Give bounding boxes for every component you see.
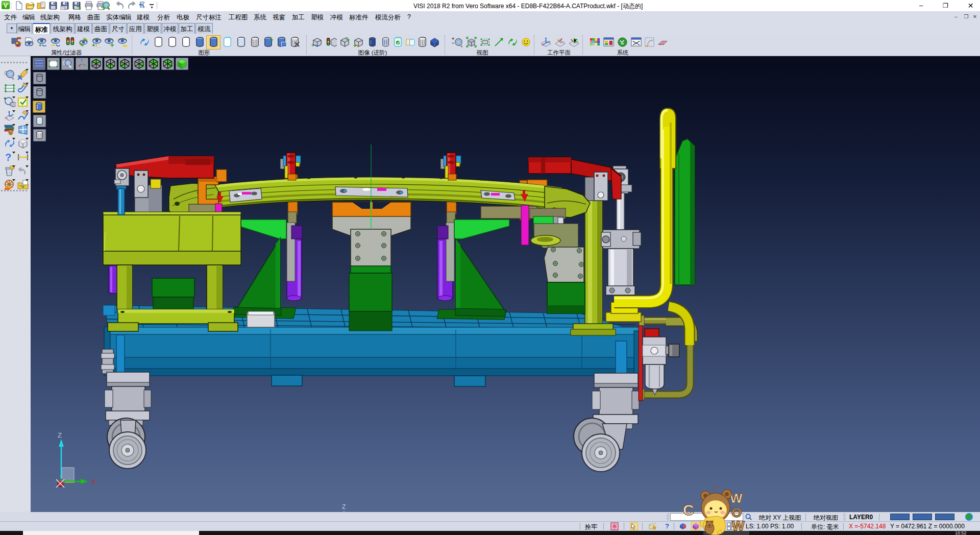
svg-text:Y: Y [91,478,96,486]
svg-text:W: W [730,491,743,506]
svg-text:?: ? [5,152,11,163]
svg-text:+: + [110,41,114,48]
svg-text:C: C [683,501,694,518]
svg-text:Z: Z [58,431,62,439]
svg-text:W: W [732,518,745,533]
svg-text:+: + [39,42,42,48]
svg-text:/_: /_ [96,42,101,48]
svg-text:+: + [92,42,95,48]
svg-text:+: + [311,42,314,48]
svg-text:V: V [4,2,8,9]
svg-text:–: – [452,40,454,45]
svg-text:+: + [353,42,356,48]
svg-text:/_: /_ [357,42,362,48]
